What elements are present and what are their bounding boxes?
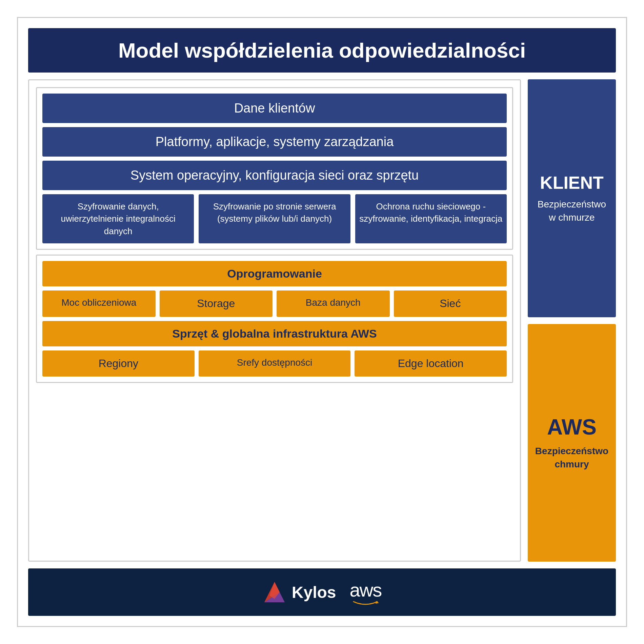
right-section: KLIENT Bezpieczeństwo w chmurze AWS Bezp… [528,79,616,562]
edge-location-box: Edge location [355,350,507,377]
system-operacyjny-row: System operacyjny, konfiguracja sieci or… [42,161,507,190]
blue-section: Dane klientów Platformy, aplikacje, syst… [36,87,513,250]
page-title: Model współdzielenia odpowiedzialności [28,28,616,73]
klient-panel: KLIENT Bezpieczeństwo w chmurze [528,79,616,317]
aws-title: AWS [547,415,597,440]
orange-section: Oprogramowanie Moc obliczeniowa Storage … [36,255,513,383]
kylos-branding: Kylos [263,580,336,604]
main-content: Dane klientów Platformy, aplikacje, syst… [28,79,616,562]
regiony-box: Regiony [42,350,195,377]
aws-logo-text: aws [350,579,382,601]
blue-boxes: Szyfrowanie danych, uwierzytelnienie int… [42,194,507,243]
moc-obliczeniowa-box: Moc obliczeniowa [42,290,156,317]
sprzet-row: Sprzęt & globalna infrastruktura AWS [42,321,507,346]
klient-subtitle: Bezpieczeństwo w chmurze [535,198,609,224]
siec-box: Sieć [394,290,507,317]
aws-panel: AWS Bezpieczeństwo chmury [528,324,616,562]
dane-klientow-row: Dane klientów [42,94,507,123]
ochrona-ruchu-box: Ochrona ruchu sieciowego - szyfrowanie, … [355,194,507,243]
strefy-box: Srefy dostępności [199,350,351,377]
orange-boxes: Moc obliczeniowa Storage Baza danych Sie… [42,290,507,317]
page-wrapper: Model współdzielenia odpowiedzialności D… [17,17,627,627]
aws-branding: aws [350,579,382,606]
storage-box: Storage [160,290,273,317]
left-section: Dane klientów Platformy, aplikacje, syst… [28,79,521,562]
infra-boxes: Regiony Srefy dostępności Edge location [42,350,507,377]
kylos-label: Kylos [292,583,336,602]
platformy-row: Platformy, aplikacje, systemy zarządzani… [42,127,507,157]
aws-smile-icon [352,601,379,606]
szyfrowanie-danych-box: Szyfrowanie danych, uwierzytelnienie int… [42,194,194,243]
klient-title: KLIENT [540,173,604,193]
szyfrowanie-serwera-box: Szyfrowanie po stronie serwera (systemy … [199,194,350,243]
oprogramowanie-row: Oprogramowanie [42,261,507,286]
baza-danych-box: Baza danych [277,290,390,317]
footer: Kylos aws [28,568,616,616]
kylos-logo-icon [263,580,286,604]
aws-subtitle: Bezpieczeństwo chmury [535,444,609,471]
